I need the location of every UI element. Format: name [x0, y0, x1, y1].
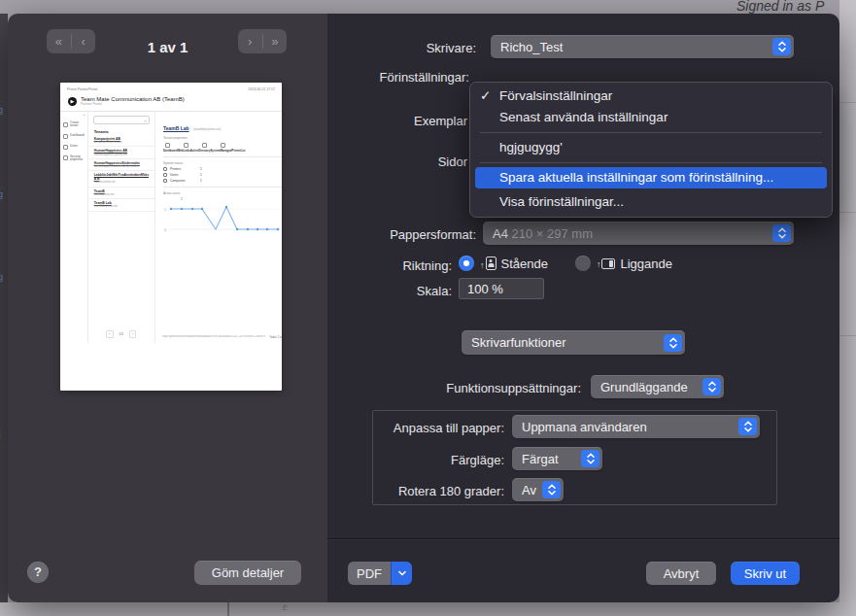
feature-sets-select[interactable]: Grundläggande — [591, 375, 724, 398]
settings-pane-select[interactable]: Skrivarfunktioner — [462, 330, 685, 355]
next-icon: › — [129, 330, 136, 338]
printer-features-group: Anpassa till papper: Uppmana användaren … — [372, 410, 777, 505]
gear-icon — [165, 143, 170, 148]
fit-to-paper-select[interactable]: Uppmana användaren — [512, 415, 760, 438]
print-preview-page: Printix PartnerPortal 2023-06-21 17:17 ▶… — [60, 83, 282, 391]
background-link-fragment: g — [0, 272, 3, 282]
stepper-icon — [738, 418, 757, 435]
menu-item-default-settings[interactable]: ✓ Förvalsinställningar — [470, 86, 832, 107]
background-link-fragment: g — [0, 105, 3, 115]
menu-item-custom-preset[interactable]: hgjgugygg' — [470, 137, 832, 158]
tenant-row: Kampanjeriet AB kampanjeriet.printix.net — [88, 135, 154, 147]
printer-label: Skrivare: — [327, 41, 476, 55]
last-page-icon[interactable]: » — [263, 29, 288, 53]
stepper-icon — [702, 378, 721, 395]
stepper-icon — [542, 481, 561, 498]
fit-to-paper-label: Anpassa till papper: — [373, 421, 504, 435]
preview-nav-security: Security properties — [63, 155, 85, 162]
printer-icon — [163, 167, 167, 171]
menu-item-save-current-settings[interactable]: Spara aktuella inställningar som förinst… — [475, 167, 827, 188]
next-page-icon[interactable]: › — [238, 29, 262, 53]
user-icon — [163, 173, 167, 177]
pdf-menu-button[interactable]: PDF — [348, 562, 412, 585]
paper-size-select[interactable]: A4 210 × 297 mm — [483, 222, 794, 245]
footer-divider — [327, 538, 839, 539]
preview-search-box: ⌕ — [93, 116, 150, 124]
scale-input[interactable]: 100 % — [459, 278, 544, 299]
tenant-row: HumanHappinessSödermalm humanhappinessod… — [88, 159, 154, 171]
preview-footer-url: https://partner.printix.net/partner/dash… — [162, 335, 265, 339]
preview-footer-page: Sidan 1 av 1 — [269, 335, 282, 339]
hide-details-button[interactable]: Göm detaljer — [194, 561, 301, 585]
paper-size-label: Pappersformat: — [327, 227, 476, 242]
chevron-down-icon — [391, 562, 412, 585]
cancel-button[interactable]: Avbryt — [646, 562, 716, 585]
feature-sets-label: Funktionsuppsättningar: — [327, 381, 581, 395]
background-signed-in-text: Signed in as P — [736, 0, 824, 14]
tenant-detail-subtitle: Tenant properties — [163, 136, 282, 140]
active-users-title: Active users — [163, 191, 282, 195]
background-page-bottom-strip: rs — [0, 602, 856, 616]
system-status-title: System status — [163, 161, 282, 165]
pager-forward-buttons[interactable]: › » — [238, 29, 287, 53]
landscape-radio[interactable] — [575, 256, 591, 271]
background-page-left-strip: g g g i t — [0, 14, 8, 602]
users-icon — [63, 145, 68, 150]
rotate-180-label: Rotera 180 grader: — [373, 484, 504, 498]
preview-sidebar: « Create tenant Dashboard Users — [60, 112, 88, 343]
tenant-list-title: Tenants — [94, 129, 154, 134]
preview-panel: « ‹ 1 av 1 › » Printix PartnerPortal 202… — [8, 14, 327, 602]
search-icon: ⌕ — [144, 117, 147, 125]
preview-header-date: 2023-06-21 17:17 — [248, 87, 275, 91]
portrait-option-label[interactable]: Stående — [501, 257, 548, 271]
portal-logo-icon: ▶ — [68, 97, 77, 106]
scale-label: Skala: — [327, 284, 452, 298]
status-row-computers: Computers 1 — [163, 179, 282, 183]
landscape-icon: ↑ — [597, 258, 616, 269]
pages-label: Sidor — [327, 154, 467, 169]
tenant-row: LabbförJaktNärTvåAnvändareMöts A B labbe… — [88, 171, 154, 188]
rotate-180-select[interactable]: Av — [512, 478, 564, 501]
preview-nav-users: Users — [63, 145, 85, 150]
stepper-icon — [772, 38, 791, 55]
tenant-detail-title: TeamB Lab — [163, 125, 189, 131]
copies-label: Exemplar — [327, 114, 467, 128]
background-page-right-strip — [839, 0, 856, 616]
stepper-icon — [664, 334, 682, 352]
menu-item-show-presets[interactable]: Visa förinställningar... — [470, 191, 832, 213]
computer-icon — [221, 143, 225, 148]
print-dialog: « ‹ 1 av 1 › » Printix PartnerPortal 202… — [8, 14, 839, 602]
tenant-pagination: ‹ 1/1 › — [88, 330, 154, 343]
print-button[interactable]: Skriv ut — [731, 562, 800, 585]
settings-panel: Skrivare: Richo_Test Förinställningar: E… — [327, 14, 839, 602]
collapse-icon: « — [83, 113, 85, 118]
status-row-printers: Printers 1 — [163, 167, 282, 171]
active-users-chart: 1 0 — [163, 201, 282, 238]
status-row-users: Users 1 — [163, 173, 282, 177]
preview-header-left: Printix PartnerPortal — [67, 87, 97, 91]
org-subtitle: Partner Portal — [81, 102, 185, 106]
printer-select[interactable]: Richo_Test — [491, 35, 794, 58]
menu-item-last-used-settings[interactable]: Senast använda inställningar — [470, 107, 832, 128]
orientation-label: Riktning: — [327, 258, 452, 273]
users-icon — [202, 143, 207, 148]
background-text-fragment: rs — [281, 605, 288, 611]
tenant-row: TeamB teamb.printix.net — [88, 188, 154, 199]
help-button[interactable]: ? — [27, 562, 49, 583]
tenant-row: HumanHappiness AB humanhappiness.printix… — [88, 147, 154, 158]
tenant-action-caption: DashboardWebLinksActiveDirectorySystemMa… — [163, 149, 282, 153]
color-mode-select[interactable]: Färgat — [512, 447, 602, 470]
preview-nav-dashboard: Dashboard — [63, 134, 85, 139]
preview-tenant-list: ⌕ Tenants Kampanjeriet AB kampanjeriet.p… — [88, 112, 155, 343]
tenant-action-icons — [165, 143, 282, 148]
computer-icon — [163, 179, 167, 183]
menu-separator — [480, 132, 822, 133]
tenant-row: TeamB Lab teamblab.printix.net — [88, 199, 154, 211]
landscape-option-label[interactable]: Liggande — [620, 257, 672, 271]
checkmark-icon: ✓ — [480, 86, 491, 107]
portrait-icon: ↑ — [480, 257, 496, 270]
portrait-radio[interactable] — [459, 256, 474, 271]
stepper-icon — [581, 450, 599, 467]
grid-icon — [184, 143, 188, 148]
svg-text:0: 0 — [164, 228, 166, 232]
